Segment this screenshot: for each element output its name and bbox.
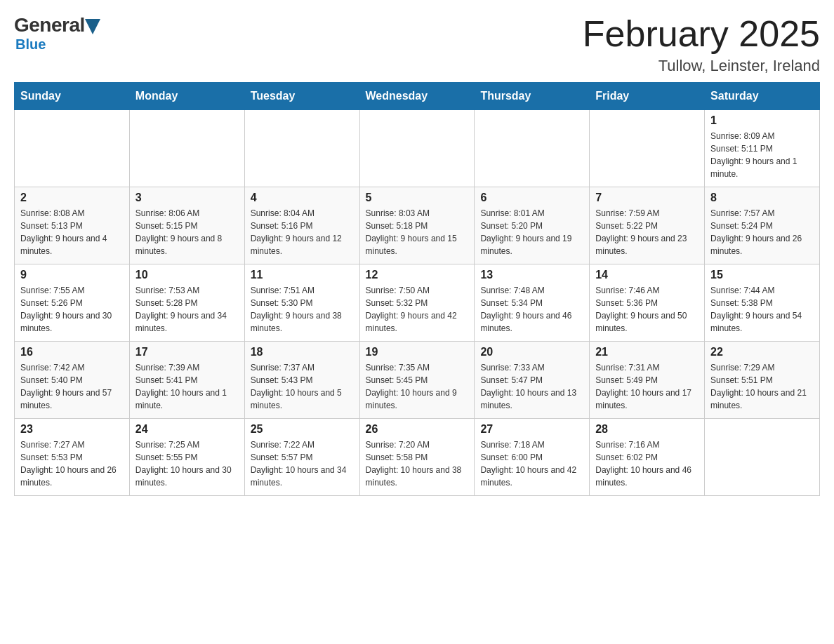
day-info: Sunrise: 8:03 AMSunset: 5:18 PMDaylight:… [366,207,469,257]
day-number: 14 [595,269,699,281]
logo: General Blue [14,14,100,53]
page-header: General Blue February 2025 Tullow, Leins… [14,14,820,75]
calendar-cell: 2Sunrise: 8:08 AMSunset: 5:13 PMDaylight… [15,187,130,264]
logo-arrow-icon [85,19,100,34]
calendar-cell: 16Sunrise: 7:42 AMSunset: 5:40 PMDayligh… [15,342,130,419]
calendar-week-row: 2Sunrise: 8:08 AMSunset: 5:13 PMDaylight… [15,187,820,264]
day-info: Sunrise: 7:42 AMSunset: 5:40 PMDaylight:… [20,361,124,412]
calendar-week-row: 1Sunrise: 8:09 AMSunset: 5:11 PMDaylight… [15,110,820,187]
calendar-cell: 8Sunrise: 7:57 AMSunset: 5:24 PMDaylight… [705,187,820,264]
day-info: Sunrise: 7:44 AMSunset: 5:38 PMDaylight:… [710,284,814,335]
day-number: 28 [595,423,699,436]
calendar-cell: 10Sunrise: 7:53 AMSunset: 5:28 PMDayligh… [129,264,244,342]
day-info: Sunrise: 7:57 AMSunset: 5:24 PMDaylight:… [710,207,814,257]
day-header-monday: Monday [129,83,244,110]
day-info: Sunrise: 7:55 AMSunset: 5:26 PMDaylight:… [20,284,124,335]
calendar-cell: 22Sunrise: 7:29 AMSunset: 5:51 PMDayligh… [705,342,820,419]
day-number: 18 [251,346,354,358]
day-info: Sunrise: 7:59 AMSunset: 5:22 PMDaylight:… [595,207,699,257]
logo-blue-text: Blue [15,36,46,52]
calendar-cell: 11Sunrise: 7:51 AMSunset: 5:30 PMDayligh… [244,264,359,342]
day-info: Sunrise: 8:08 AMSunset: 5:13 PMDaylight:… [20,207,124,257]
day-info: Sunrise: 7:33 AMSunset: 5:47 PMDaylight:… [480,361,583,412]
calendar-week-row: 9Sunrise: 7:55 AMSunset: 5:26 PMDaylight… [15,264,820,342]
day-header-sunday: Sunday [15,83,130,110]
month-title: February 2025 [583,14,820,54]
day-number: 24 [135,423,239,436]
day-number: 5 [366,192,469,204]
day-info: Sunrise: 7:48 AMSunset: 5:34 PMDaylight:… [480,284,583,335]
calendar-cell: 12Sunrise: 7:50 AMSunset: 5:32 PMDayligh… [359,264,475,342]
day-header-friday: Friday [590,83,705,110]
day-header-wednesday: Wednesday [359,83,475,110]
location: Tullow, Leinster, Ireland [583,57,820,75]
calendar-cell: 25Sunrise: 7:22 AMSunset: 5:57 PMDayligh… [244,419,359,496]
calendar-cell: 15Sunrise: 7:44 AMSunset: 5:38 PMDayligh… [705,264,820,342]
calendar-cell: 19Sunrise: 7:35 AMSunset: 5:45 PMDayligh… [359,342,475,419]
day-info: Sunrise: 7:16 AMSunset: 6:02 PMDaylight:… [595,438,699,489]
day-number: 26 [366,423,469,436]
calendar-cell [590,110,705,187]
calendar-cell: 9Sunrise: 7:55 AMSunset: 5:26 PMDaylight… [15,264,130,342]
calendar-cell: 18Sunrise: 7:37 AMSunset: 5:43 PMDayligh… [244,342,359,419]
calendar-cell [359,110,475,187]
day-number: 9 [20,269,124,281]
day-number: 8 [710,192,814,204]
day-number: 19 [366,346,469,358]
day-number: 6 [480,192,583,204]
day-info: Sunrise: 8:01 AMSunset: 5:20 PMDaylight:… [480,207,583,257]
day-number: 23 [20,423,124,436]
day-number: 16 [20,346,124,358]
calendar-week-row: 16Sunrise: 7:42 AMSunset: 5:40 PMDayligh… [15,342,820,419]
calendar-week-row: 23Sunrise: 7:27 AMSunset: 5:53 PMDayligh… [15,419,820,496]
calendar-cell: 17Sunrise: 7:39 AMSunset: 5:41 PMDayligh… [129,342,244,419]
day-number: 7 [595,192,699,204]
calendar-cell: 5Sunrise: 8:03 AMSunset: 5:18 PMDaylight… [359,187,475,264]
calendar-cell: 28Sunrise: 7:16 AMSunset: 6:02 PMDayligh… [590,419,705,496]
day-number: 25 [251,423,354,436]
day-number: 21 [595,346,699,358]
day-number: 20 [480,346,583,358]
svg-marker-0 [85,19,100,34]
day-number: 15 [710,269,814,281]
day-number: 3 [135,192,239,204]
day-info: Sunrise: 7:35 AMSunset: 5:45 PMDaylight:… [366,361,469,412]
day-info: Sunrise: 7:37 AMSunset: 5:43 PMDaylight:… [251,361,354,412]
day-info: Sunrise: 7:27 AMSunset: 5:53 PMDaylight:… [20,438,124,489]
calendar-cell: 3Sunrise: 8:06 AMSunset: 5:15 PMDaylight… [129,187,244,264]
title-section: February 2025 Tullow, Leinster, Ireland [583,14,820,75]
day-number: 4 [251,192,354,204]
calendar-cell: 1Sunrise: 8:09 AMSunset: 5:11 PMDaylight… [705,110,820,187]
day-number: 2 [20,192,124,204]
day-info: Sunrise: 7:22 AMSunset: 5:57 PMDaylight:… [251,438,354,489]
day-info: Sunrise: 8:04 AMSunset: 5:16 PMDaylight:… [251,207,354,257]
day-info: Sunrise: 7:25 AMSunset: 5:55 PMDaylight:… [135,438,239,489]
calendar-cell [244,110,359,187]
day-header-saturday: Saturday [705,83,820,110]
calendar-cell: 4Sunrise: 8:04 AMSunset: 5:16 PMDaylight… [244,187,359,264]
calendar-cell: 14Sunrise: 7:46 AMSunset: 5:36 PMDayligh… [590,264,705,342]
day-number: 13 [480,269,583,281]
day-info: Sunrise: 7:29 AMSunset: 5:51 PMDaylight:… [710,361,814,412]
day-number: 10 [135,269,239,281]
day-info: Sunrise: 7:53 AMSunset: 5:28 PMDaylight:… [135,284,239,335]
calendar-cell [705,419,820,496]
day-info: Sunrise: 7:46 AMSunset: 5:36 PMDaylight:… [595,284,699,335]
calendar-cell: 27Sunrise: 7:18 AMSunset: 6:00 PMDayligh… [475,419,590,496]
day-number: 22 [710,346,814,358]
day-info: Sunrise: 7:51 AMSunset: 5:30 PMDaylight:… [251,284,354,335]
day-info: Sunrise: 7:50 AMSunset: 5:32 PMDaylight:… [366,284,469,335]
calendar-cell: 20Sunrise: 7:33 AMSunset: 5:47 PMDayligh… [475,342,590,419]
day-number: 11 [251,269,354,281]
day-number: 12 [366,269,469,281]
calendar-cell [129,110,244,187]
calendar-cell: 6Sunrise: 8:01 AMSunset: 5:20 PMDaylight… [475,187,590,264]
calendar-table: SundayMondayTuesdayWednesdayThursdayFrid… [14,82,820,496]
day-number: 27 [480,423,583,436]
day-info: Sunrise: 7:20 AMSunset: 5:58 PMDaylight:… [366,438,469,489]
day-number: 1 [710,114,814,127]
day-header-thursday: Thursday [475,83,590,110]
day-info: Sunrise: 7:39 AMSunset: 5:41 PMDaylight:… [135,361,239,412]
calendar-cell: 26Sunrise: 7:20 AMSunset: 5:58 PMDayligh… [359,419,475,496]
calendar-cell: 7Sunrise: 7:59 AMSunset: 5:22 PMDaylight… [590,187,705,264]
